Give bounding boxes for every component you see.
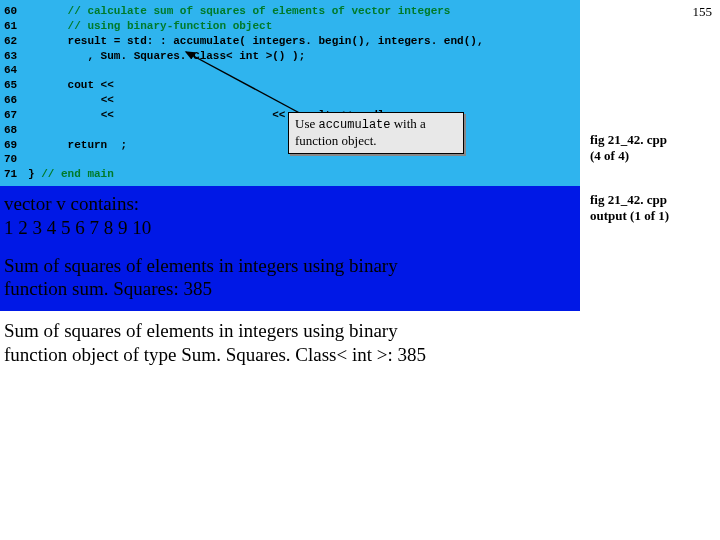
code-text: , Sum. Squares. Class< int >() ); xyxy=(87,50,305,62)
page-number: 155 xyxy=(693,4,713,20)
output-panel-blue: vector v contains: 1 2 3 4 5 6 7 8 9 10 … xyxy=(0,186,580,311)
output-line: function sum. Squares: 385 xyxy=(4,277,576,301)
callout-mono: accumulate xyxy=(318,118,390,132)
code-text: return ; xyxy=(68,139,127,151)
code-text: << xyxy=(101,94,114,106)
line-num: 69 xyxy=(0,138,28,153)
line-num: 61 xyxy=(0,19,28,34)
caption-source: fig 21_42. cpp (4 of 4) xyxy=(590,132,667,163)
callout-text: Use xyxy=(295,116,318,131)
code-text: cout << xyxy=(68,79,114,91)
code-text: result = std: : accumulate( integers. be… xyxy=(68,35,484,47)
output-line: function object of type Sum. Squares. Cl… xyxy=(4,343,576,367)
output-panel-white: Sum of squares of elements in integers u… xyxy=(0,311,580,371)
line-num: 63 xyxy=(0,49,28,64)
output-line: Sum of squares of elements in integers u… xyxy=(4,254,576,278)
line-num: 67 xyxy=(0,108,28,123)
code-comment: // using binary-function object xyxy=(68,20,273,32)
output-line: 1 2 3 4 5 6 7 8 9 10 xyxy=(4,216,576,240)
line-num: 71 xyxy=(0,167,28,182)
line-num: 62 xyxy=(0,34,28,49)
code-comment: // end main xyxy=(41,168,114,180)
line-num: 68 xyxy=(0,123,28,138)
line-num: 65 xyxy=(0,78,28,93)
line-num: 66 xyxy=(0,93,28,108)
code-comment: // calculate sum of squares of elements … xyxy=(68,5,451,17)
line-num: 60 xyxy=(0,4,28,19)
output-line: Sum of squares of elements in integers u… xyxy=(4,319,576,343)
code-text: << xyxy=(101,109,114,121)
code-block: 60 // calculate sum of squares of elemen… xyxy=(0,0,580,186)
output-line: vector v contains: xyxy=(4,192,576,216)
caption-output: fig 21_42. cpp output (1 of 1) xyxy=(590,192,669,223)
code-text: } xyxy=(28,168,41,180)
line-num: 64 xyxy=(0,63,28,78)
line-num: 70 xyxy=(0,152,28,167)
callout-box: Use accumulate with a function object. xyxy=(288,112,464,154)
